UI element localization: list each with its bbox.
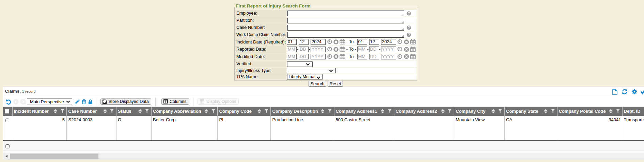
svg-text:?: ? [408,26,410,30]
svg-text:?: ? [408,12,410,15]
svg-text:?: ? [408,33,410,37]
